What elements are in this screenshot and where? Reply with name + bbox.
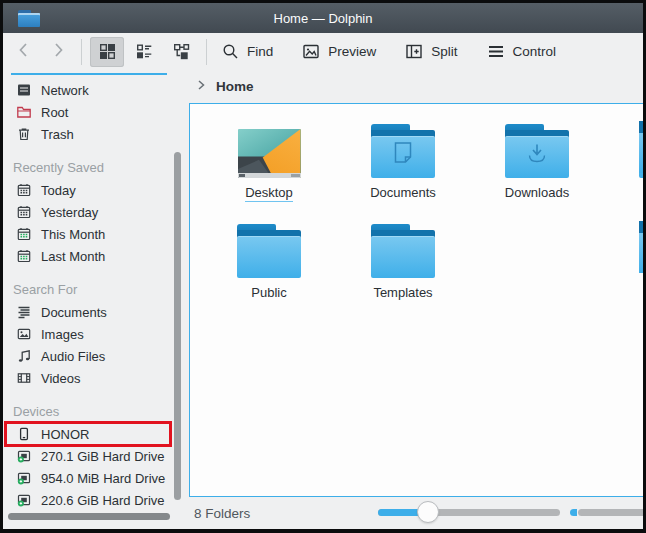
smartphone-icon bbox=[16, 426, 32, 442]
section-header-recently-saved: Recently Saved bbox=[3, 153, 186, 179]
file-item-downloads[interactable]: Downloads bbox=[470, 120, 604, 220]
blue-folder-icon bbox=[371, 224, 435, 278]
breadcrumb-chevron-icon bbox=[195, 79, 207, 94]
toolbar-separator bbox=[81, 39, 82, 65]
blue-folder-icon bbox=[237, 224, 301, 278]
film-icon bbox=[16, 370, 32, 386]
hard-drive-icon bbox=[16, 448, 32, 464]
control-button[interactable]: Control bbox=[480, 37, 563, 67]
folder-window-icon bbox=[18, 10, 40, 27]
folder-red-icon bbox=[16, 104, 32, 120]
file-item-pictures[interactable]: Pictures bbox=[604, 120, 643, 220]
file-label: Documents bbox=[370, 185, 436, 201]
sidebar-item-today[interactable]: Today bbox=[3, 179, 186, 201]
zoom-slider-handle[interactable] bbox=[417, 501, 439, 523]
tree-view-button[interactable] bbox=[164, 37, 198, 67]
details-view-button[interactable] bbox=[127, 37, 161, 67]
view-details-icon bbox=[135, 42, 154, 61]
calendar-icon bbox=[16, 204, 32, 220]
chevron-right-icon bbox=[48, 40, 68, 63]
icons-view-button[interactable] bbox=[90, 37, 124, 67]
file-label: Templates bbox=[373, 285, 432, 301]
sidebar-item-images[interactable]: Images bbox=[3, 323, 186, 345]
sidebar-item-network[interactable]: Network bbox=[3, 79, 186, 101]
doc-lines-icon bbox=[16, 304, 32, 320]
places-panel: NetworkRootTrashRecently SavedTodayYeste… bbox=[3, 70, 186, 529]
file-item-desktop[interactable]: Desktop bbox=[202, 120, 336, 220]
sidebar-item-label: 954.0 MiB Hard Drive bbox=[41, 471, 165, 486]
sidebar-item-label: Videos bbox=[41, 371, 81, 386]
toolbar-actions: FindPreviewSplitControl bbox=[215, 37, 562, 67]
sidebar-item-954-0-mib-hard-drive[interactable]: 954.0 MiB Hard Drive bbox=[3, 467, 186, 489]
folder-view[interactable]: DesktopDocumentsDownloadsPicturesPublicT… bbox=[189, 103, 643, 497]
calendar-green-icon bbox=[16, 226, 32, 242]
split-icon bbox=[404, 42, 424, 61]
sidebar-item-label: Yesterday bbox=[41, 205, 98, 220]
sidebar-item-audio-files[interactable]: Audio Files bbox=[3, 345, 186, 367]
control-label: Control bbox=[513, 44, 557, 59]
file-item-documents[interactable]: Documents bbox=[336, 120, 470, 220]
view-mode-group bbox=[90, 37, 198, 67]
sidebar-horizontal-scrollbar[interactable] bbox=[8, 513, 170, 520]
network-icon bbox=[16, 82, 32, 98]
file-item-public[interactable]: Public bbox=[202, 220, 336, 320]
item-count-label: 8 Folders bbox=[186, 506, 250, 521]
breadcrumb-home[interactable]: Home bbox=[216, 79, 254, 94]
disk-usage-used bbox=[570, 509, 577, 516]
partial-folder-icon[interactable] bbox=[639, 221, 643, 273]
search-icon bbox=[221, 42, 240, 61]
sidebar-item-label: 270.1 GiB Hard Drive bbox=[41, 449, 165, 464]
blue-folder-icon bbox=[505, 124, 569, 178]
sidebar-item-label: Network bbox=[41, 83, 89, 98]
sidebar-item-label: Root bbox=[41, 105, 68, 120]
hard-drive-icon bbox=[16, 492, 32, 508]
title-bar[interactable]: Home — Dolphin bbox=[3, 3, 643, 33]
file-label: Desktop bbox=[245, 185, 293, 202]
preview-button[interactable]: Preview bbox=[295, 37, 382, 67]
status-bar: 8 Folders bbox=[186, 497, 643, 529]
toolbar-separator bbox=[206, 39, 207, 65]
sidebar-item-label: Last Month bbox=[41, 249, 105, 264]
sidebar-item-label: Today bbox=[41, 183, 76, 198]
partial-folder-icon[interactable] bbox=[639, 121, 643, 173]
preview-label: Preview bbox=[328, 44, 376, 59]
split-label: Split bbox=[431, 44, 457, 59]
sidebar-vertical-scrollbar[interactable] bbox=[174, 152, 181, 500]
sidebar-item-trash[interactable]: Trash bbox=[3, 123, 186, 145]
sidebar-item-270-1-gib-hard-drive[interactable]: 270.1 GiB Hard Drive bbox=[3, 445, 186, 467]
dolphin-window: Home — Dolphin FindPreviewSplitControl N… bbox=[0, 0, 646, 533]
sidebar-item-label: HONOR bbox=[41, 427, 89, 442]
section-header-search-for: Search For bbox=[3, 275, 186, 301]
sidebar-item-label: Audio Files bbox=[41, 349, 105, 364]
back-button[interactable] bbox=[11, 38, 37, 66]
desktop-wallpaper-thumbnail-icon bbox=[238, 129, 301, 178]
sidebar-item-videos[interactable]: Videos bbox=[3, 367, 186, 389]
split-button[interactable]: Split bbox=[398, 37, 463, 67]
sidebar-item-yesterday[interactable]: Yesterday bbox=[3, 201, 186, 223]
file-label: Downloads bbox=[505, 185, 569, 201]
sidebar-item-label: Images bbox=[41, 327, 84, 342]
blue-folder-icon bbox=[371, 124, 435, 178]
find-button[interactable]: Find bbox=[215, 37, 279, 67]
sidebar-item-documents[interactable]: Documents bbox=[3, 301, 186, 323]
chevron-left-icon bbox=[14, 40, 34, 63]
sidebar-item-root[interactable]: Root bbox=[3, 101, 186, 123]
sidebar-item-label: This Month bbox=[41, 227, 105, 242]
view-icons-icon bbox=[98, 42, 117, 61]
find-label: Find bbox=[247, 44, 273, 59]
sidebar-item-honor[interactable]: HONOR bbox=[3, 423, 186, 445]
sidebar-item-this-month[interactable]: This Month bbox=[3, 223, 186, 245]
file-item-templates[interactable]: Templates bbox=[336, 220, 470, 320]
sidebar-item-220-6-gib-hard-drive[interactable]: 220.6 GiB Hard Drive bbox=[3, 489, 186, 511]
breadcrumb[interactable]: Home bbox=[186, 70, 643, 103]
audio-note-icon bbox=[16, 348, 32, 364]
file-label: Public bbox=[251, 285, 286, 301]
view-tree-icon bbox=[172, 42, 191, 61]
section-header-devices: Devices bbox=[3, 397, 186, 423]
sidebar-item-last-month[interactable]: Last Month bbox=[3, 245, 186, 267]
zoom-slider[interactable] bbox=[378, 509, 560, 516]
preview-icon bbox=[301, 42, 321, 61]
forward-button[interactable] bbox=[45, 38, 71, 66]
main-toolbar: FindPreviewSplitControl bbox=[3, 33, 643, 70]
trash-icon bbox=[16, 126, 32, 142]
